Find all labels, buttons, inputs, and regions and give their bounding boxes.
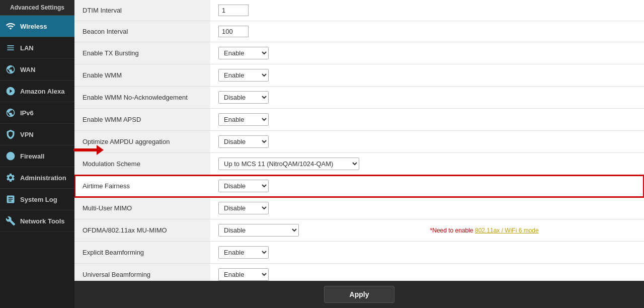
beacon-input[interactable] (218, 26, 249, 37)
setting-label-wmm-apsd: Enable WMM APSD (74, 109, 210, 131)
wmm-apsd-select[interactable]: Enable Disable (218, 113, 269, 126)
vpn-icon (5, 129, 16, 140)
sidebar-label-system-log: System Log (20, 196, 57, 203)
setting-note-dtim (422, 0, 644, 21)
admin-icon (5, 172, 16, 183)
setting-note-wmm (422, 64, 644, 87)
table-row: Optimize AMPDU aggregation Disable Enabl… (74, 131, 644, 153)
table-row: Enable TX Bursting Enable Disable (74, 42, 644, 64)
modulation-select[interactable]: Up to MCS 11 (NitroQAM/1024-QAM) Up to M… (218, 158, 359, 170)
setting-label-dtim: DTIM Interval (74, 0, 210, 21)
tools-icon (5, 215, 16, 226)
ipv6-icon (5, 107, 16, 118)
sidebar-item-vpn[interactable]: VPN (0, 124, 74, 145)
setting-control-wmm-apsd[interactable]: Enable Disable (210, 109, 422, 131)
table-row: Enable WMM APSD Enable Disable (74, 109, 644, 131)
setting-label-universal-beam: Universal Beamforming (74, 264, 210, 281)
sidebar-item-lan[interactable]: LAN (0, 37, 74, 59)
dtim-input[interactable] (218, 5, 249, 16)
setting-control-ofdma[interactable]: Disable Enable (210, 219, 422, 242)
setting-label-airtime: Airtime Fairness (74, 175, 210, 197)
table-row: OFDMA/802.11ax MU-MIMO Disable Enable *N… (74, 219, 644, 242)
setting-control-airtime[interactable]: Disable Enable (210, 175, 422, 197)
setting-label-wmm-noack: Enable WMM No-Acknowledgement (74, 87, 210, 109)
content-area: DTIM Interval Beacon Interval En (74, 0, 644, 281)
ofdma-note-link[interactable]: 802.11ax / WiFi 6 mode (475, 227, 539, 234)
setting-control-wmm-noack[interactable]: Disable Enable (210, 87, 422, 109)
setting-note-explicit-beam (422, 242, 644, 264)
sidebar-label-wan: WAN (20, 66, 35, 73)
apply-button[interactable]: Apply (324, 286, 395, 303)
setting-control-dtim[interactable] (210, 0, 422, 21)
table-row: Explicit Beamforming Enable Disable (74, 242, 644, 264)
setting-control-wmm[interactable]: Enable Disable (210, 64, 422, 87)
ofdma-select[interactable]: Disable Enable (218, 224, 299, 237)
setting-label-ofdma: OFDMA/802.11ax MU-MIMO (74, 219, 210, 242)
log-icon (5, 194, 16, 205)
explicit-beam-select[interactable]: Enable Disable (218, 246, 269, 259)
sidebar-label-ipv6: IPv6 (20, 109, 34, 117)
sidebar-item-administration[interactable]: Administration (0, 167, 74, 189)
table-row-airtime: Airtime Fairness Disable Enable (74, 175, 644, 197)
setting-control-mu-mimo[interactable]: Disable Enable (210, 197, 422, 219)
wmm-select[interactable]: Enable Disable (218, 69, 269, 82)
sidebar: Advanced Settings Wireless LAN WAN Amazo… (0, 0, 74, 308)
lan-icon (5, 42, 16, 53)
sidebar-item-wan[interactable]: WAN (0, 59, 74, 81)
table-row: Enable WMM No-Acknowledgement Disable En… (74, 87, 644, 109)
setting-label-mu-mimo: Multi-User MIMO (74, 197, 210, 219)
sidebar-label-vpn: VPN (20, 131, 34, 138)
sidebar-item-network-tools[interactable]: Network Tools (0, 210, 74, 232)
setting-note-beacon (422, 21, 644, 42)
setting-note-airtime (422, 175, 644, 197)
setting-control-beacon[interactable] (210, 21, 422, 42)
sidebar-item-wireless[interactable]: Wireless (0, 16, 74, 37)
table-row: Enable WMM Enable Disable (74, 64, 644, 87)
setting-label-beacon: Beacon Interval (74, 21, 210, 42)
sidebar-item-amazon-alexa[interactable]: Amazon Alexa (0, 81, 74, 102)
sidebar-label-amazon-alexa: Amazon Alexa (20, 88, 64, 95)
setting-control-modulation[interactable]: Up to MCS 11 (NitroQAM/1024-QAM) Up to M… (210, 153, 644, 175)
setting-label-modulation: Modulation Scheme (74, 153, 210, 175)
setting-label-tx-bursting: Enable TX Bursting (74, 42, 210, 64)
setting-note-ampdu (422, 131, 644, 153)
table-row: Beacon Interval (74, 21, 644, 42)
ofdma-note: *Need to enable (430, 227, 475, 234)
sidebar-label-lan: LAN (20, 44, 34, 52)
table-row: DTIM Interval (74, 0, 644, 21)
setting-label-wmm: Enable WMM (74, 64, 210, 87)
setting-note-wmm-apsd (422, 109, 644, 131)
setting-control-universal-beam[interactable]: Enable Disable (210, 264, 422, 281)
settings-table: DTIM Interval Beacon Interval En (74, 0, 644, 281)
table-row: Universal Beamforming Enable Disable (74, 264, 644, 281)
mu-mimo-select[interactable]: Disable Enable (218, 202, 269, 214)
airtime-select[interactable]: Disable Enable (218, 180, 269, 192)
sidebar-label-administration: Administration (20, 174, 66, 182)
wifi-icon (5, 21, 16, 32)
sidebar-header: Advanced Settings (0, 0, 74, 16)
sidebar-item-ipv6[interactable]: IPv6 (0, 102, 74, 124)
setting-note-universal-beam (422, 264, 644, 281)
setting-control-tx-bursting[interactable]: Enable Disable (210, 42, 422, 64)
setting-label-explicit-beam: Explicit Beamforming (74, 242, 210, 264)
setting-note-wmm-noack (422, 87, 644, 109)
apply-bar: Apply (74, 281, 644, 308)
universal-beam-select[interactable]: Enable Disable (218, 268, 269, 281)
setting-control-explicit-beam[interactable]: Enable Disable (210, 242, 422, 264)
setting-control-ampdu[interactable]: Disable Enable (210, 131, 422, 153)
sidebar-label-wireless: Wireless (20, 23, 47, 30)
alexa-icon (5, 86, 16, 97)
globe-icon (5, 64, 16, 75)
sidebar-item-firewall[interactable]: Firewall (0, 145, 74, 167)
firewall-icon (5, 150, 16, 162)
setting-note-tx-bursting (422, 42, 644, 64)
sidebar-item-system-log[interactable]: System Log (0, 189, 74, 210)
table-row: Modulation Scheme Up to MCS 11 (NitroQAM… (74, 153, 644, 175)
main-content: DTIM Interval Beacon Interval En (74, 0, 644, 308)
wmm-noack-select[interactable]: Disable Enable (218, 91, 269, 104)
ampdu-select[interactable]: Disable Enable (218, 135, 269, 148)
sidebar-label-network-tools: Network Tools (20, 217, 65, 225)
setting-note-ofdma: *Need to enable 802.11ax / WiFi 6 mode (422, 219, 644, 242)
tx-bursting-select[interactable]: Enable Disable (218, 47, 269, 59)
setting-note-mu-mimo (422, 197, 644, 219)
